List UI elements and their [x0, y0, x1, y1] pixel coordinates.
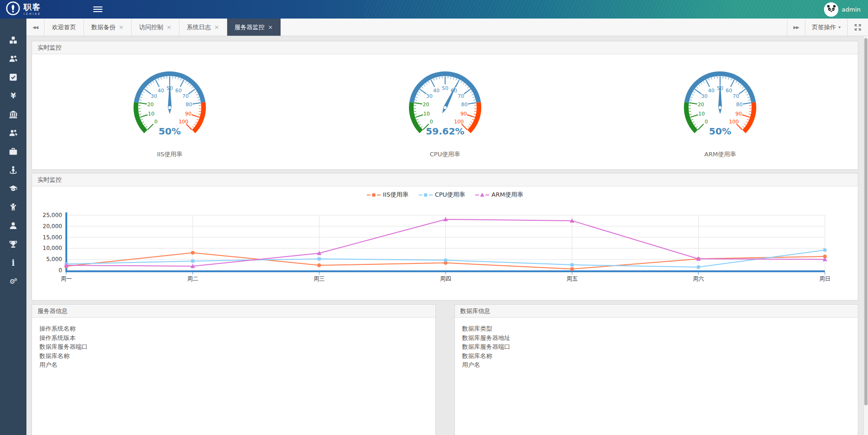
- sidebar-item-info[interactable]: i: [0, 253, 26, 272]
- svg-text:周二: 周二: [187, 275, 198, 282]
- db-info-list: 数据库类型数据库服务器地址数据库服务器端口数据库名称用户名: [455, 318, 858, 376]
- users-icon: [9, 54, 18, 63]
- svg-text:0: 0: [429, 119, 433, 125]
- gauge-CPU使用率: 010203040506070809010059.62%CPU使用率: [307, 54, 583, 169]
- info-item: 数据库服务器地址: [462, 333, 851, 343]
- svg-text:90: 90: [185, 111, 191, 117]
- tab-item[interactable]: 欢迎首页: [45, 19, 84, 36]
- user-avatar: [824, 2, 838, 17]
- tab-operations-label: 页签操作: [812, 23, 836, 32]
- vertical-scrollbar[interactable]: [863, 36, 868, 435]
- gauge-ARM使用率: 010203040506070809010050%ARM使用率: [582, 54, 858, 169]
- svg-text:90: 90: [735, 111, 742, 117]
- chart-legend: IIS使用率CPU使用率ARM使用率: [32, 186, 858, 203]
- svg-text:周日: 周日: [819, 275, 830, 282]
- tab-item[interactable]: 数据备份×: [84, 19, 132, 36]
- sidebar-item-cubes[interactable]: [0, 31, 26, 49]
- tab-item[interactable]: 服务器监控×: [227, 19, 281, 36]
- info-item: 数据库服务器端口: [39, 342, 428, 352]
- graduation-cap-icon: [9, 184, 18, 193]
- scrollbar-thumb[interactable]: [864, 38, 868, 405]
- svg-text:30: 30: [151, 93, 157, 99]
- legend-item-ARM使用率[interactable]: ARM使用率: [475, 191, 523, 199]
- brand-subtitle: IZHIKE: [24, 12, 41, 15]
- sidebar-item-user[interactable]: [0, 216, 26, 235]
- info-item: 数据库服务器端口: [462, 342, 851, 352]
- legend-label: ARM使用率: [491, 191, 523, 199]
- user-menu[interactable]: admin: [824, 2, 861, 17]
- gauges-panel-title: 实时监控: [32, 41, 858, 54]
- sidebar-item-graduation-cap[interactable]: [0, 179, 26, 198]
- info-item: 数据库类型: [462, 324, 851, 333]
- server-info-panel: 服务器信息 操作系统名称操作系统版本数据库服务器端口数据库名称用户名: [32, 304, 436, 435]
- line-chart-panel-title: 实时监控: [32, 173, 858, 186]
- tabs-scroll-left-button[interactable]: ◀◀: [26, 19, 45, 36]
- sidebar-item-users-group[interactable]: [0, 123, 26, 142]
- tab-bar: ◀◀ 欢迎首页数据备份×访问控制×系统日志×服务器监控× ▶▶ 页签操作 ▾: [26, 19, 868, 36]
- check-square-icon: [9, 73, 18, 82]
- legend-label: CPU使用率: [435, 191, 465, 199]
- tab-bar-actions: ▶▶ 页签操作 ▾: [787, 19, 868, 36]
- sidebar-item-briefcase[interactable]: [0, 142, 26, 160]
- sidebar-item-gears[interactable]: ⚙⚙: [0, 272, 26, 290]
- tab-list: 欢迎首页数据备份×访问控制×系统日志×服务器监控×: [45, 19, 281, 36]
- legend-item-CPU使用率[interactable]: CPU使用率: [419, 191, 465, 199]
- info-icon: i: [9, 258, 18, 267]
- db-info-title: 数据库信息: [455, 305, 858, 318]
- tab-operations-dropdown[interactable]: 页签操作 ▾: [805, 19, 847, 36]
- info-item: 用户名: [462, 360, 851, 370]
- sidebar-item-users[interactable]: [0, 49, 26, 68]
- user-name: admin: [842, 6, 861, 13]
- svg-text:30: 30: [426, 93, 433, 99]
- svg-text:70: 70: [182, 93, 189, 99]
- tabs-scroll-right-button[interactable]: ▶▶: [787, 19, 805, 36]
- tab-close-icon[interactable]: ×: [268, 24, 273, 30]
- sidebar-menu: ¥i⚙⚙: [0, 19, 26, 290]
- sidebar-item-street-view[interactable]: [0, 160, 26, 179]
- caret-down-icon: ▾: [838, 25, 841, 30]
- legend-marker-icon: [475, 192, 489, 198]
- svg-text:10,000: 10,000: [43, 245, 62, 251]
- svg-text:周六: 周六: [693, 275, 704, 282]
- svg-text:周一: 周一: [61, 275, 72, 282]
- tab-label: 系统日志: [187, 23, 211, 32]
- tab-close-icon[interactable]: ×: [166, 24, 172, 30]
- tab-label: 访问控制: [139, 23, 163, 32]
- svg-text:59.62%: 59.62%: [426, 126, 464, 137]
- tab-item[interactable]: 系统日志×: [179, 19, 227, 36]
- tab-label: 数据备份: [91, 23, 115, 32]
- sidebar-item-bank[interactable]: [0, 105, 26, 123]
- briefcase-icon: [9, 147, 18, 156]
- trophy-icon: [9, 240, 18, 249]
- svg-text:10: 10: [423, 111, 430, 117]
- sidebar-item-check-square[interactable]: [0, 68, 26, 86]
- svg-text:10: 10: [148, 111, 154, 117]
- fullscreen-button[interactable]: [847, 19, 868, 36]
- sidebar-item-yen[interactable]: ¥: [0, 86, 26, 105]
- legend-marker-icon: [419, 192, 433, 198]
- svg-text:60: 60: [175, 88, 182, 94]
- svg-text:80: 80: [185, 102, 192, 108]
- svg-text:50: 50: [442, 85, 448, 91]
- cubes-icon: [9, 36, 18, 45]
- gauge-title: CPU使用率: [430, 150, 460, 159]
- db-info-panel: 数据库信息 数据库类型数据库服务器地址数据库服务器端口数据库名称用户名: [454, 304, 859, 435]
- gauge-title: ARM使用率: [704, 150, 736, 159]
- bank-icon: [9, 110, 18, 119]
- legend-item-IIS使用率[interactable]: IIS使用率: [367, 191, 408, 199]
- sidebar-item-child[interactable]: [0, 198, 26, 216]
- svg-text:20,000: 20,000: [43, 223, 62, 230]
- tab-close-icon[interactable]: ×: [214, 24, 219, 30]
- sidebar-toggle-button[interactable]: [93, 5, 102, 13]
- tab-item[interactable]: 访问控制×: [132, 19, 179, 36]
- sidebar-item-trophy[interactable]: [0, 235, 26, 253]
- svg-text:50%: 50%: [159, 126, 181, 137]
- gauge-dial: 010203040506070809010059.62%: [389, 59, 501, 145]
- tab-label: 欢迎首页: [52, 23, 76, 32]
- svg-text:20: 20: [422, 102, 429, 108]
- tab-close-icon[interactable]: ×: [119, 24, 124, 30]
- gauge-title: IIS使用率: [157, 150, 182, 159]
- svg-text:40: 40: [158, 88, 164, 94]
- server-info-title: 服务器信息: [32, 305, 435, 318]
- brand-logo[interactable]: 职客 IZHIKE: [6, 1, 41, 18]
